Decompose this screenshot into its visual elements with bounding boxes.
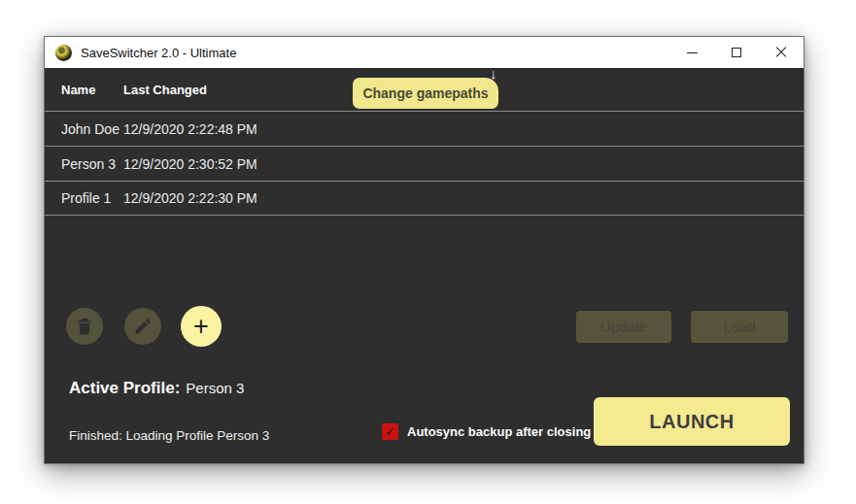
trash-icon [75, 317, 94, 336]
profile-last-changed: 12/9/2020 2:30:52 PM [123, 156, 257, 172]
check-icon: ✓ [385, 424, 395, 439]
profile-name: Profile 1 [45, 190, 123, 206]
down-arrow-icon: ↓ [490, 65, 497, 82]
window-controls [669, 37, 804, 68]
app-icon [55, 45, 72, 61]
load-button[interactable]: Load [691, 311, 788, 343]
status-text: Finished: Loading Profile Person 3 [69, 428, 269, 443]
update-button[interactable]: Update [576, 311, 671, 343]
change-gamepaths-button[interactable]: Change gamepaths [353, 78, 498, 109]
edit-profile-button[interactable] [124, 308, 161, 345]
app-window: SaveSwitcher 2.0 - Ultimate Name Last Ch… [44, 36, 805, 464]
window-title: SaveSwitcher 2.0 - Ultimate [81, 46, 236, 60]
table-row[interactable]: John Doe 12/9/2020 2:22:48 PM [45, 111, 804, 146]
title-bar: SaveSwitcher 2.0 - Ultimate [45, 37, 804, 68]
profile-name: John Doe [45, 121, 123, 137]
active-profile: Active Profile:Person 3 [69, 379, 244, 398]
autosync-checkbox[interactable]: ✓ [382, 423, 398, 440]
profile-table: John Doe 12/9/2020 2:22:48 PM Person 3 1… [45, 111, 804, 216]
delete-profile-button[interactable] [66, 308, 103, 345]
close-icon [775, 47, 787, 58]
autosync-label: Autosync backup after closing [407, 424, 591, 439]
column-header-last-changed: Last Changed [123, 83, 207, 97]
profile-last-changed: 12/9/2020 2:22:48 PM [123, 121, 257, 137]
profile-name: Person 3 [45, 156, 123, 172]
table-row[interactable]: Person 3 12/9/2020 2:30:52 PM [45, 146, 804, 181]
add-profile-button[interactable]: + [181, 306, 222, 347]
maximize-button[interactable] [714, 37, 759, 68]
column-header-name: Name [45, 83, 123, 97]
minimize-button[interactable] [669, 37, 714, 68]
minimize-icon [687, 52, 698, 53]
client-area: Name Last Changed Change gamepaths ↓ Joh… [45, 68, 804, 463]
plus-icon: + [193, 314, 209, 340]
profile-last-changed: 12/9/2020 2:22:30 PM [123, 190, 257, 206]
autosync-option[interactable]: ✓ Autosync backup after closing [382, 423, 591, 440]
table-row[interactable]: Profile 1 12/9/2020 2:22:30 PM [45, 181, 804, 216]
active-profile-label: Active Profile: [69, 379, 180, 397]
active-profile-value: Person 3 [186, 380, 244, 396]
close-button[interactable] [759, 37, 804, 68]
launch-button[interactable]: LAUNCH [594, 397, 790, 446]
maximize-icon [732, 48, 741, 57]
pencil-icon [133, 317, 153, 336]
